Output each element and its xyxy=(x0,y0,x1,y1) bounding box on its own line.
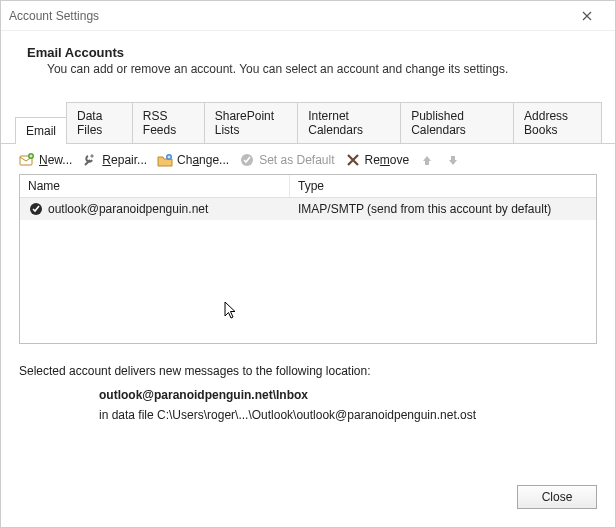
delivery-info-location: outlook@paranoidpenguin.net\Inbox xyxy=(19,378,597,402)
footer: Close xyxy=(1,473,615,527)
remove-x-icon xyxy=(345,152,361,168)
tabstrip: Email Data Files RSS Feeds SharePoint Li… xyxy=(1,86,615,144)
new-button[interactable]: New... xyxy=(19,152,72,168)
account-settings-dialog: Account Settings Email Accounts You can … xyxy=(0,0,616,528)
delivery-info-line1: Selected account delivers new messages t… xyxy=(19,364,597,378)
tab-address-books[interactable]: Address Books xyxy=(513,102,602,143)
new-mail-icon xyxy=(19,152,35,168)
default-account-icon xyxy=(28,201,44,217)
window-title: Account Settings xyxy=(9,9,567,23)
tab-data-files[interactable]: Data Files xyxy=(66,102,133,143)
tab-sharepoint-lists[interactable]: SharePoint Lists xyxy=(204,102,299,143)
close-button[interactable]: Close xyxy=(517,485,597,509)
move-up-button xyxy=(419,152,435,168)
set-default-button: Set as Default xyxy=(239,152,334,168)
repair-icon xyxy=(82,152,98,168)
account-type-cell: IMAP/SMTP (send from this account by def… xyxy=(290,199,596,219)
tab-email[interactable]: Email xyxy=(15,117,67,144)
move-down-button xyxy=(445,152,461,168)
column-type[interactable]: Type xyxy=(290,175,596,197)
header-heading: Email Accounts xyxy=(27,45,597,60)
close-window-button[interactable] xyxy=(567,2,607,30)
arrow-down-icon xyxy=(445,152,461,168)
account-row[interactable]: outlook@paranoidpenguin.net IMAP/SMTP (s… xyxy=(20,198,596,220)
delivery-info-datafile: in data file C:\Users\roger\...\Outlook\… xyxy=(19,402,597,422)
delivery-info: Selected account delivers new messages t… xyxy=(1,344,615,422)
check-circle-icon xyxy=(239,152,255,168)
titlebar: Account Settings xyxy=(1,1,615,31)
repair-button[interactable]: Repair... xyxy=(82,152,147,168)
toolbar: New... Repair... Change... Set as Defaul… xyxy=(1,144,615,174)
column-name[interactable]: Name xyxy=(20,175,290,197)
tab-published-calendars[interactable]: Published Calendars xyxy=(400,102,514,143)
account-name-cell: outlook@paranoidpenguin.net xyxy=(20,198,290,220)
header: Email Accounts You can add or remove an … xyxy=(1,31,615,86)
list-body: outlook@paranoidpenguin.net IMAP/SMTP (s… xyxy=(20,198,596,343)
close-icon xyxy=(579,8,595,24)
tab-rss-feeds[interactable]: RSS Feeds xyxy=(132,102,205,143)
remove-button[interactable]: Remove xyxy=(345,152,410,168)
change-button[interactable]: Change... xyxy=(157,152,229,168)
change-folder-icon xyxy=(157,152,173,168)
arrow-up-icon xyxy=(419,152,435,168)
header-subtext: You can add or remove an account. You ca… xyxy=(27,62,597,76)
account-list[interactable]: Name Type outlook@paranoidpenguin.net IM… xyxy=(19,174,597,344)
list-header: Name Type xyxy=(20,175,596,198)
tab-internet-calendars[interactable]: Internet Calendars xyxy=(297,102,401,143)
